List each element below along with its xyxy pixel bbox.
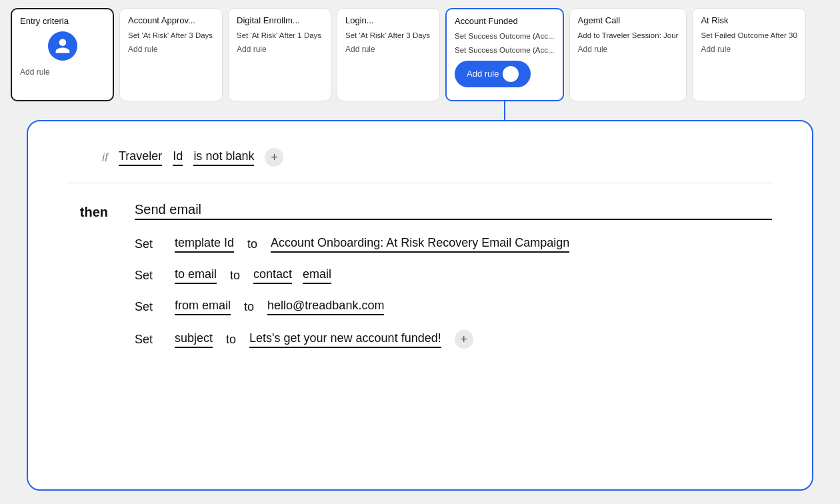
if-label: if xyxy=(68,151,108,165)
set-value-template-id[interactable]: Account Onboarding: At Risk Recovery Ema… xyxy=(271,236,569,253)
add-rule-active-container[interactable]: Add rule xyxy=(455,61,555,87)
card-title-agemt-call: Agemt Call xyxy=(578,15,679,25)
add-set-button[interactable]: + xyxy=(455,330,473,349)
action-title[interactable]: Send email xyxy=(135,202,772,220)
pipeline-card-at-risk[interactable]: At Risk Set Failed Outcome After 30 Add … xyxy=(692,8,805,101)
set-row-from-email: Set from email to hello@treadbank.com xyxy=(135,299,772,315)
rule-item: Set Failed Outcome After 30 xyxy=(701,31,797,41)
pipeline-area: Entry criteria Add rule Account Approv..… xyxy=(0,0,840,109)
set-row-template-id: Set template Id to Account Onboarding: A… xyxy=(135,236,772,253)
set-value-contact[interactable]: contact xyxy=(253,267,292,284)
set-value-email[interactable]: email xyxy=(303,267,331,284)
card-title-entry: Entry criteria xyxy=(20,16,105,26)
avatar xyxy=(48,31,77,61)
add-condition-button[interactable]: + xyxy=(265,148,283,167)
rule-item: Set 'At Risk' After 1 Days xyxy=(237,31,323,41)
set-keyword-0: Set xyxy=(135,237,161,251)
add-rule-entry[interactable]: Add rule xyxy=(20,67,105,77)
condition-token-is-not-blank[interactable]: is not blank xyxy=(193,149,254,166)
set-field-template-id[interactable]: template Id xyxy=(175,236,234,253)
pipeline-card-entry[interactable]: Entry criteria Add rule xyxy=(11,8,114,101)
card-title-at-risk: At Risk xyxy=(701,15,797,25)
set-value-from-email[interactable]: hello@treadbank.com xyxy=(267,299,384,315)
set-keyword-3: Set xyxy=(135,333,161,347)
set-to-2: to xyxy=(244,300,254,314)
pipeline-card-account-funded[interactable]: Account Funded Set Success Outcome (Acc.… xyxy=(445,8,564,101)
rule-item: Set 'At Risk' After 3 Days xyxy=(345,31,431,41)
set-value-pair: contact email xyxy=(253,267,331,284)
condition-token-id[interactable]: Id xyxy=(173,149,183,166)
toggle-circle-icon xyxy=(503,66,519,82)
set-row-subject: Set subject to Lets's get your new accou… xyxy=(135,330,772,349)
rule-item-2: Set Success Outcome (Acc... xyxy=(455,45,555,55)
set-value-subject[interactable]: Lets's get your new account funded! xyxy=(249,331,441,348)
condition-token-traveler[interactable]: Traveler xyxy=(119,149,162,166)
add-rule-active-button[interactable]: Add rule xyxy=(455,61,531,87)
card-title-login: Login... xyxy=(345,15,431,25)
set-row-to-email: Set to email to contact email xyxy=(135,267,772,284)
card-title-digital-enrollm: Digital Enrollm... xyxy=(237,15,323,25)
add-rule-active-label: Add rule xyxy=(467,69,499,79)
add-rule-account-approv[interactable]: Add rule xyxy=(128,45,214,54)
add-rule-at-risk[interactable]: Add rule xyxy=(701,45,797,54)
set-to-0: to xyxy=(247,237,257,251)
card-title-account-approv: Account Approv... xyxy=(128,15,214,25)
rule-item-1: Set Success Outcome (Acc... xyxy=(455,31,555,41)
rule-item: Set 'At Risk' After 3 Days xyxy=(128,31,214,41)
add-rule-digital-enrollm[interactable]: Add rule xyxy=(237,45,323,54)
pipeline-card-login[interactable]: Login... Set 'At Risk' After 3 Days Add … xyxy=(337,8,440,101)
card-title-account-funded: Account Funded xyxy=(455,16,555,26)
main-panel: if Traveler Id is not blank + then Send … xyxy=(27,120,813,491)
add-rule-login[interactable]: Add rule xyxy=(345,45,431,54)
set-field-to-email[interactable]: to email xyxy=(175,267,217,284)
set-keyword-1: Set xyxy=(135,269,161,283)
divider xyxy=(68,183,772,183)
condition-row: if Traveler Id is not blank + xyxy=(68,148,772,167)
set-keyword-2: Set xyxy=(135,300,161,314)
pipeline-card-agemt-call[interactable]: Agemt Call Add to Traveler Session: Jour… xyxy=(569,8,687,101)
set-to-1: to xyxy=(230,269,240,283)
add-rule-agemt-call[interactable]: Add rule xyxy=(578,45,679,54)
set-field-from-email[interactable]: from email xyxy=(175,299,231,315)
pipeline-card-account-approv[interactable]: Account Approv... Set 'At Risk' After 3 … xyxy=(119,8,223,101)
then-section: then Send email Set template Id to Accou… xyxy=(68,202,772,363)
then-content: Send email Set template Id to Account On… xyxy=(135,202,772,363)
set-field-subject[interactable]: subject xyxy=(175,331,213,348)
pipeline-card-digital-enrollm[interactable]: Digital Enrollm... Set 'At Risk' After 1… xyxy=(228,8,331,101)
then-label: then xyxy=(68,202,108,363)
set-to-3: to xyxy=(226,333,236,347)
rule-item: Add to Traveler Session: Jour xyxy=(578,31,679,41)
